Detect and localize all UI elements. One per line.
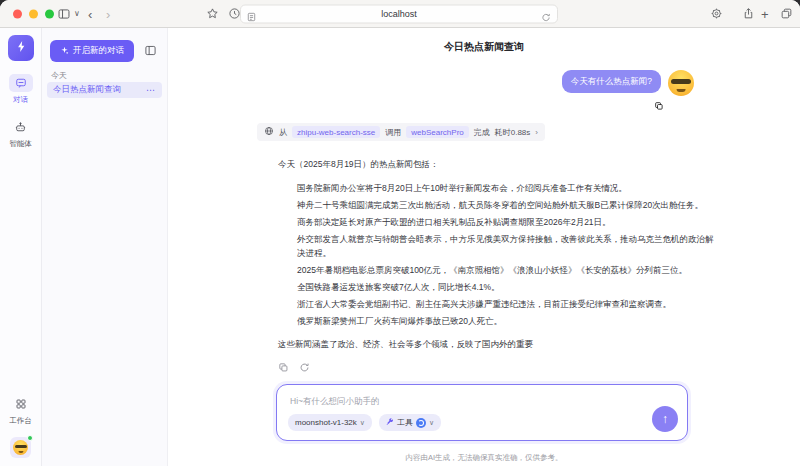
- news-item: 商务部决定延长对原产于欧盟的进口相关乳制品反补贴调查期限至2026年2月21日。: [297, 215, 714, 229]
- online-status-dot: [27, 435, 33, 441]
- send-arrow-icon: ↑: [662, 412, 668, 426]
- tools-label: 工具: [397, 417, 413, 428]
- news-item: 俄罗斯新梁赞州工厂火药车间爆炸事故已致20人死亡。: [297, 314, 714, 328]
- tool-call-bar[interactable]: 从 zhipu-web-search-sse 调用 webSearchPro 完…: [257, 123, 545, 141]
- user-message-row: 今天有什么热点新闻?: [562, 70, 694, 96]
- tool-call-invoke-label: 调用: [385, 127, 401, 138]
- page-icon: [246, 8, 257, 19]
- chat-item-menu-icon[interactable]: ⋯: [146, 85, 156, 95]
- tab-overview-icon[interactable]: [778, 6, 794, 22]
- user-message-bubble: 今天有什么热点新闻?: [562, 70, 661, 93]
- message-input[interactable]: Hi~有什么想问小助手的: [290, 396, 380, 408]
- forward-button[interactable]: ›: [106, 7, 110, 20]
- new-tab-button[interactable]: +: [761, 7, 769, 20]
- news-item: 外交部发言人就普京与特朗普会晤表示，中方乐见俄美双方保持接触，改善彼此关系，推动…: [297, 232, 714, 260]
- model-name: moonshot-v1-32k: [295, 418, 357, 427]
- sidebar-item-label: 对话: [13, 95, 28, 105]
- composer-controls: moonshot-v1-32k ∨ 工具 ∨: [288, 414, 441, 431]
- back-button[interactable]: ‹: [88, 7, 92, 20]
- reload-icon[interactable]: [541, 8, 552, 19]
- copy-response-button[interactable]: [278, 362, 289, 373]
- tools-badge-icon: [416, 418, 426, 428]
- workbench-grid-icon: [9, 395, 33, 413]
- lightning-icon: [15, 39, 28, 57]
- copy-message-button[interactable]: [654, 101, 664, 111]
- tool-call-duration: 耗时0.88s: [495, 127, 531, 138]
- response-outro: 这些新闻涵盖了政治、经济、社会等多个领域，反映了国内外的重要: [278, 338, 714, 350]
- ai-disclaimer: 内容由AI生成，无法确保真实准确，仅供参考。: [168, 453, 800, 463]
- sidebar-collapse-icon[interactable]: [142, 42, 159, 59]
- chat-main: 今日热点新闻查询 今天有什么热点新闻? 从 zhipu-web-search-s…: [168, 28, 800, 466]
- page-title: 今日热点新闻查询: [168, 40, 800, 54]
- news-item: 神舟二十号乘组圆满完成第三次出舱活动，航天员陈冬穿着的空间站舱外航天服B已累计保…: [297, 198, 714, 212]
- profile-avatar[interactable]: [10, 437, 31, 458]
- window-close-button[interactable]: [13, 9, 22, 18]
- chat-section-label: 今天: [51, 70, 67, 81]
- tools-selector[interactable]: 工具 ∨: [379, 414, 441, 431]
- sidebar-item-workbench[interactable]: 工作台: [9, 395, 33, 426]
- news-item: 浙江省人大常委会党组副书记、副主任高兴夫涉嫌严重违纪违法，目前正接受纪律审查和监…: [297, 297, 714, 311]
- window-zoom-button[interactable]: [45, 9, 54, 18]
- send-button[interactable]: ↑: [652, 406, 678, 432]
- robot-icon: [9, 118, 33, 136]
- new-chat-label: 开启新的对话: [73, 45, 124, 57]
- tool-call-server-tag: zhipu-web-search-sse: [292, 126, 380, 138]
- address-bar[interactable]: localhost: [240, 4, 558, 23]
- sidebar-item-chat[interactable]: 对话: [0, 74, 41, 105]
- news-item: 全国铁路暑运发送旅客突破7亿人次，同比增长4.1%。: [297, 280, 714, 294]
- chat-bubble-icon: [9, 74, 33, 92]
- wrench-icon: [386, 418, 394, 428]
- app-sidebar: 对话 智能体: [0, 28, 42, 466]
- url-text: localhost: [257, 9, 541, 19]
- bookmarks-star-icon[interactable]: [204, 6, 220, 22]
- browser-toolbar: ∨ ‹ › localhost: [0, 0, 800, 28]
- new-chat-button[interactable]: 开启新的对话: [50, 40, 134, 62]
- sidebar-item-label: 工作台: [9, 416, 32, 426]
- user-avatar-emoji: [668, 70, 694, 96]
- chevron-right-icon[interactable]: ›: [535, 128, 538, 137]
- window-minimize-button[interactable]: [29, 9, 38, 18]
- chevron-down-icon: ∨: [429, 419, 434, 427]
- news-list: 国务院新闻办公室将于8月20日上午10时举行新闻发布会，介绍阅兵准备工作有关情况…: [278, 181, 714, 328]
- composer: Hi~有什么想问小助手的 moonshot-v1-32k ∨ 工具 ∨: [276, 384, 688, 441]
- chat-list-sidebar: 开启新的对话 今天 今日热点新闻查询 ⋯: [42, 28, 168, 466]
- chevron-down-icon[interactable]: ∨: [74, 10, 80, 18]
- response-intro: 今天（2025年8月19日）的热点新闻包括：: [278, 158, 714, 170]
- tool-call-from-label: 从: [279, 127, 287, 138]
- extensions-icon[interactable]: [708, 6, 724, 22]
- news-item: 2025年暑期档电影总票房突破100亿元，《南京照相馆》《浪浪山小妖怪》《长安的…: [297, 263, 714, 277]
- assistant-response: 今天（2025年8月19日）的热点新闻包括： 国务院新闻办公室将于8月20日上午…: [278, 158, 714, 373]
- profile-avatar-emoji: [13, 440, 28, 455]
- share-icon[interactable]: [740, 6, 756, 22]
- regenerate-button[interactable]: [299, 362, 310, 373]
- chat-item-title: 今日热点新闻查询: [53, 84, 146, 96]
- tool-call-tool-tag: webSearchPro: [406, 126, 468, 138]
- model-selector[interactable]: moonshot-v1-32k ∨: [288, 414, 372, 431]
- app-logo[interactable]: [8, 35, 34, 61]
- chevron-down-icon: ∨: [360, 419, 365, 427]
- browser-sidebar-toggle-icon[interactable]: [56, 6, 72, 22]
- response-actions: [278, 362, 714, 373]
- browser-window: ∨ ‹ › localhost: [0, 0, 800, 466]
- sidebar-item-label: 智能体: [9, 139, 32, 149]
- news-item: 国务院新闻办公室将于8月20日上午10时举行新闻发布会，介绍阅兵准备工作有关情况…: [297, 181, 714, 195]
- tool-call-status: 完成: [474, 127, 490, 138]
- chat-list-item[interactable]: 今日热点新闻查询 ⋯: [47, 82, 162, 98]
- sparkle-icon: [60, 46, 69, 57]
- sidebar-item-agents[interactable]: 智能体: [0, 118, 41, 149]
- tool-call-icon: [264, 126, 274, 138]
